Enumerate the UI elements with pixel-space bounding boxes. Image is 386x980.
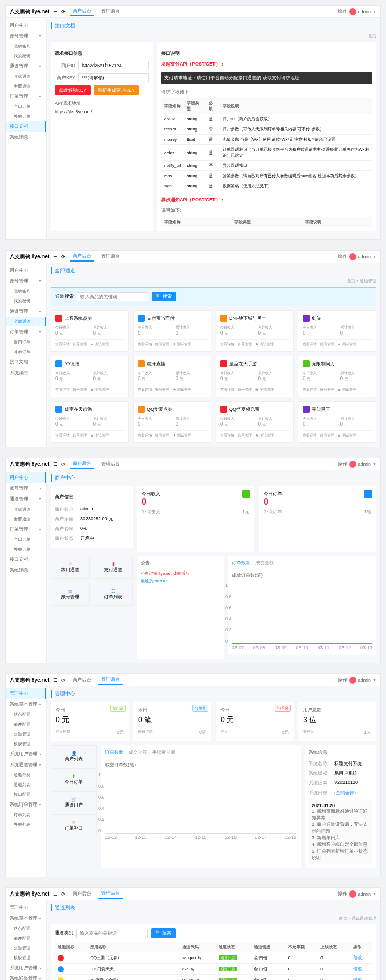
quick-order[interactable]: ⬆今日订单 [51,768,97,791]
goods-test-link[interactable]: ★ 测试管理 [173,387,191,393]
menu-today-order[interactable]: 当日订单 [6,102,46,112]
goods-detail-link[interactable]: 查看详情 [220,433,234,438]
tab-merchant[interactable]: 商户后台 [70,676,94,684]
menu-api-doc[interactable]: 接口文档 [6,121,46,132]
edit-link[interactable]: 修改 [353,977,362,980]
quick-pay[interactable]: ▮支付通道 [94,556,133,579]
user-menu[interactable]: 操作admin▼ [338,677,376,684]
menu-my-account[interactable]: 我的账号 [6,41,46,51]
edit-link[interactable]: 修改 [353,966,362,971]
tab-admin[interactable]: 管理后台 [98,675,123,685]
menu-icon[interactable]: ☰ [53,462,57,467]
menu-order[interactable]: 订单管理▼ [6,326,46,337]
goods-manage-link[interactable]: 账号管理 [155,342,169,347]
goods-detail-link[interactable]: 查看详情 [303,342,317,347]
merchant-key-input[interactable] [78,73,149,82]
goods-test-link[interactable]: ★ 测试管理 [90,433,109,438]
chart-tab-amount[interactable]: 成交金额 [128,749,147,756]
tab-admin[interactable]: 管理后台 [98,252,123,261]
refresh-icon[interactable]: ⟳ [61,254,66,259]
search-input[interactable] [76,929,148,938]
menu-user-center[interactable]: 用户中心 [6,265,46,276]
unlock-key-button[interactable]: 点此解锁KEY [55,85,91,95]
tab-merchant[interactable]: 商户后台 [70,7,94,16]
goods-test-link[interactable]: ★ 测试管理 [255,433,274,438]
goods-test-link[interactable]: ★ 测试管理 [90,342,109,347]
goods-test-link[interactable]: ★ 测试管理 [255,342,274,347]
goods-detail-link[interactable]: 查看详情 [138,387,152,393]
notice-item[interactable]: 小白混探:8ye.net 体验后台 [141,570,220,577]
goods-test-link[interactable]: ★ 测试管理 [255,387,274,393]
tab-merchant[interactable]: 商户后台 [70,252,94,262]
menu-icon[interactable]: ☰ [53,9,57,14]
menu-icon[interactable]: ☰ [53,891,57,897]
quick-account[interactable]: ▤账号管理 [51,583,90,606]
menu-sys-msg[interactable]: 系统消息 [6,132,46,143]
goods-test-link[interactable]: ★ 测试管理 [90,387,109,393]
user-menu[interactable]: 操作admin▼ [338,461,376,468]
merchant-id-input[interactable] [78,61,149,70]
menu-pending-order[interactable]: 补单订单 [6,112,46,121]
tab-admin[interactable]: 管理后台 [98,460,123,468]
goods-detail-link[interactable]: 查看详情 [55,342,70,347]
menu-channel[interactable]: 通道管理▼ [6,61,46,72]
goods-manage-link[interactable]: 账号管理 [155,433,169,438]
chart-tab-count[interactable]: 订单数量 [232,560,250,567]
goods-test-link[interactable]: ★ 测试管理 [173,342,191,347]
goods-detail-link[interactable]: 查看详情 [303,433,317,438]
search-button[interactable]: 🔍 搜索 [152,292,176,301]
user-menu[interactable]: 操作 admin ▼ [338,8,376,15]
menu-all-channel[interactable]: 全部通道 [6,317,46,326]
goods-detail-link[interactable]: 查看详情 [220,387,234,393]
user-menu[interactable]: 操作admin▼ [338,890,376,898]
goods-test-link[interactable]: ★ 测试管理 [337,342,356,347]
goods-manage-link[interactable]: 账号管理 [320,387,334,393]
goods-test-link[interactable]: ★ 测试管理 [173,433,191,438]
menu-channel[interactable]: 通道管理▼ [6,306,46,317]
menu-account[interactable]: 账号管理▼ [6,31,46,41]
log-all-link[interactable]: (查阅全部) [334,790,356,796]
goods-detail-link[interactable]: 查看详情 [138,342,152,347]
edit-link[interactable]: 修改 [353,955,362,960]
menu-my-token[interactable]: 我的秘钥 [6,51,46,61]
chart-tab-fee[interactable]: 手续费金额 [152,749,175,756]
goods-manage-link[interactable]: 账号管理 [73,342,87,347]
refresh-icon[interactable]: ⟳ [61,462,66,467]
menu-all-channel[interactable]: 全部通道 [6,81,46,91]
goods-detail-link[interactable]: 查看详情 [55,433,70,438]
refresh-icon[interactable]: ⟳ [61,9,66,14]
goods-manage-link[interactable]: 账号管理 [155,387,169,393]
goods-detail-link[interactable]: 查看详情 [138,433,152,438]
goods-test-link[interactable]: ★ 测试管理 [337,433,356,438]
tab-admin[interactable]: 管理后台 [98,889,123,899]
goods-manage-link[interactable]: 账号管理 [238,433,252,438]
quick-pending[interactable]: ⟳订单补口 [51,814,97,837]
menu-order[interactable]: 订单管理▼ [6,91,46,102]
chart-tab-amount[interactable]: 成交金额 [255,560,274,567]
goods-manage-link[interactable]: 账号管理 [320,433,334,438]
goods-detail-link[interactable]: 查看详情 [220,342,234,347]
goods-test-link[interactable]: ★ 测试管理 [337,387,356,393]
goods-manage-link[interactable]: 账号管理 [238,387,252,393]
tab-merchant[interactable]: 商户后台 [70,459,94,469]
menu-icon[interactable]: ☰ [53,678,57,683]
menu-icon[interactable]: ☰ [53,254,57,259]
goods-manage-link[interactable]: 账号管理 [73,387,87,393]
goods-detail-link[interactable]: 查看详情 [55,387,70,393]
goods-manage-link[interactable]: 账号管理 [320,342,334,347]
tab-merchant[interactable]: 商户后台 [70,889,94,898]
search-button[interactable]: 🔍 搜索 [151,928,176,938]
goods-manage-link[interactable]: 账号管理 [73,433,87,438]
goods-manage-link[interactable]: 账号管理 [238,342,252,347]
refresh-icon[interactable]: ⟳ [61,891,66,897]
quick-order[interactable]: ☷订单列表 [94,583,133,606]
notice-item[interactable]: 地址的PAPDR1 [141,577,220,585]
quick-fav[interactable]: ☆常用通道 [51,556,90,579]
tab-admin[interactable]: 管理后台 [98,7,123,16]
menu-admin-center[interactable]: 管理中心 [6,688,46,699]
quick-channel[interactable]: 🛒通道用户 [51,791,97,814]
search-input[interactable] [77,292,148,301]
goods-detail-link[interactable]: 查看详情 [303,387,317,393]
chart-tab-count[interactable]: 订单数量 [105,749,123,756]
user-menu[interactable]: 操作admin▼ [338,253,376,260]
